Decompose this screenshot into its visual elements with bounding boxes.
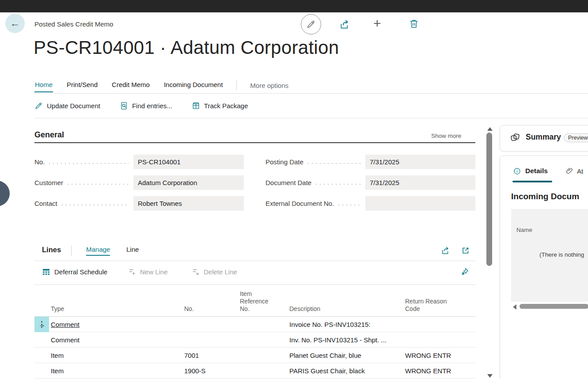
type-cell[interactable]: Item [51, 363, 64, 379]
delete-button[interactable] [409, 19, 419, 29]
empty-list-message: (There is nothing [539, 251, 584, 258]
new-document-button[interactable]: + [373, 16, 381, 31]
trash-icon [409, 19, 419, 29]
dotted-leader [62, 205, 129, 205]
package-icon [192, 102, 200, 110]
lines-toolbar: Deferral Schedule New Line Delete Line [34, 262, 475, 285]
no-cell[interactable]: 7001 [184, 348, 199, 363]
field-label: Customer [34, 179, 63, 186]
action-bar-divider [34, 118, 588, 118]
lines-section-header: Lines Manage Line [34, 241, 475, 261]
pencil-icon [34, 102, 43, 110]
description-cell[interactable]: PARIS Guest Chair, black [289, 363, 365, 379]
share-icon [441, 246, 451, 255]
factbox-horizontal-scrollbar-thumb[interactable] [520, 304, 588, 309]
lines-share-button[interactable] [441, 246, 451, 255]
lines-table: Type No. Item Reference No. Description … [34, 285, 475, 379]
left-edge-handle[interactable] [0, 181, 10, 206]
update-document-action[interactable]: Update Document [34, 102, 100, 110]
vertical-scrollbar-thumb[interactable] [486, 133, 492, 266]
type-cell[interactable]: Comment [51, 317, 80, 332]
scroll-up-arrow[interactable] [487, 127, 493, 131]
table-row[interactable]: Item 1900-S PARIS Guest Chair, black WRO… [34, 363, 475, 379]
column-header-description[interactable]: Description [289, 305, 320, 313]
more-options-button[interactable]: More options [250, 82, 288, 89]
copilot-icon [510, 132, 520, 143]
summary-title: Summary [526, 133, 561, 142]
preview-badge: Preview [564, 133, 588, 142]
info-icon [513, 167, 521, 175]
lines-separator [71, 246, 72, 256]
delete-line-icon [192, 268, 200, 276]
factbox-scroll-left-arrow[interactable] [513, 304, 516, 310]
edit-button[interactable] [301, 14, 321, 34]
tab-home[interactable]: Home [34, 79, 53, 92]
tab-print-send[interactable]: Print/Send [66, 79, 98, 92]
column-header-no[interactable]: No. [184, 305, 194, 313]
table-row[interactable]: Comment Inv. No. PS-INV103215 - Shpt. ..… [34, 332, 475, 348]
share-icon [339, 19, 351, 30]
document-date-field[interactable]: 7/31/2025 [365, 175, 475, 190]
incoming-documents-heading: Incoming Docum [511, 192, 579, 201]
no-field[interactable]: PS-CR104001 [133, 155, 244, 169]
unpin-factbox-button[interactable] [460, 267, 469, 276]
field-label: External Document No. [266, 200, 334, 207]
tab-incoming-document[interactable]: Incoming Document [163, 79, 223, 92]
share-button[interactable] [339, 19, 351, 30]
page-caption: Posted Sales Credit Memo [34, 20, 113, 28]
top-chrome-bar [0, 0, 588, 12]
general-heading-rule [34, 142, 475, 143]
description-cell[interactable]: Invoice No. PS-INV103215: [289, 317, 370, 332]
column-header-return-reason-code[interactable]: Return Reason Code [405, 298, 454, 313]
track-package-action[interactable]: Track Package [192, 102, 248, 110]
general-section-heading[interactable]: General [34, 130, 64, 140]
description-cell[interactable]: Inv. No. PS-INV103215 - Shpt. ... [289, 332, 387, 348]
list-column-name: Name [516, 227, 532, 233]
tab-attachments[interactable]: At [577, 167, 583, 175]
new-line-button[interactable]: New Line [128, 268, 168, 276]
back-button[interactable]: ← [5, 14, 25, 33]
field-row-document-date: Document Date 7/31/2025 [266, 175, 475, 190]
lines-heading[interactable]: Lines [42, 246, 61, 254]
return-reason-cell[interactable]: WRONG ENTR [405, 363, 451, 379]
no-cell[interactable]: 1900-S [184, 363, 205, 379]
field-label: Posting Date [266, 158, 303, 166]
type-cell[interactable]: Item [51, 348, 64, 363]
document-search-icon [120, 102, 128, 110]
back-arrow-icon: ← [10, 18, 20, 29]
lines-tab-line[interactable]: Line [126, 246, 139, 256]
lines-table-header: Type No. Item Reference No. Description … [34, 285, 475, 317]
dotted-leader [68, 184, 129, 185]
table-row[interactable]: Item 7001 Planet Guest Chair, blue WRONG… [34, 348, 475, 363]
lines-open-in-new-button[interactable] [461, 246, 470, 255]
tab-details[interactable]: Details [525, 167, 548, 175]
posting-date-field[interactable]: 7/31/2025 [365, 155, 475, 169]
menu-tab-bar: Home Print/Send Credit Memo Incoming Doc… [34, 78, 288, 93]
column-header-type[interactable]: Type [51, 305, 64, 313]
menu-separator [236, 80, 237, 90]
popout-icon [461, 246, 470, 255]
show-more-link[interactable]: Show more [431, 133, 461, 139]
lines-tab-manage[interactable]: Manage [86, 246, 110, 256]
unpin-icon [460, 267, 469, 276]
customer-field[interactable]: Adatum Corporation [133, 175, 244, 190]
contact-field[interactable]: Robert Townes [133, 196, 244, 211]
dotted-leader [316, 184, 361, 185]
deferral-schedule-button[interactable]: Deferral Schedule [42, 268, 107, 276]
action-bar: Update Document Find entries... Track Pa… [34, 94, 588, 118]
column-header-item-reference-no[interactable]: Item Reference No. [240, 290, 276, 313]
field-label: Document Date [266, 179, 311, 186]
find-entries-action[interactable]: Find entries... [120, 102, 172, 110]
external-document-no-field[interactable] [365, 196, 475, 211]
incoming-documents-list[interactable]: Name (There is nothing [511, 209, 588, 302]
type-cell[interactable]: Comment [51, 332, 80, 348]
return-reason-cell[interactable]: WRONG ENTR [405, 348, 451, 363]
pencil-icon [306, 19, 316, 29]
description-cell[interactable]: Planet Guest Chair, blue [289, 348, 361, 363]
field-row-customer: Customer Adatum Corporation [34, 175, 244, 190]
plus-icon: + [373, 16, 381, 31]
table-row[interactable]: → Comment Invoice No. PS-INV103215: [34, 317, 475, 332]
delete-line-button[interactable]: Delete Line [192, 268, 237, 276]
scroll-down-arrow[interactable] [487, 374, 493, 378]
tab-credit-memo[interactable]: Credit Memo [111, 79, 150, 92]
